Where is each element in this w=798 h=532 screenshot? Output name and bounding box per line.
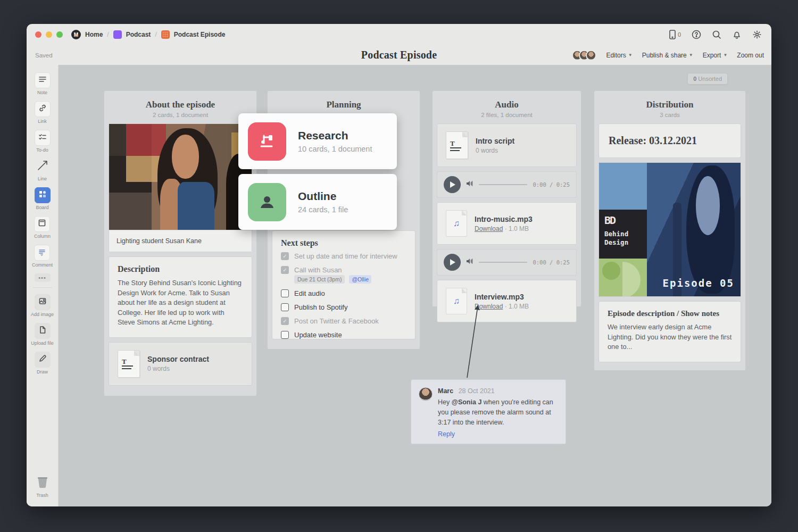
sidebar-item-link[interactable]: Link (35, 101, 51, 124)
breadcrumb-separator: / (155, 31, 156, 38)
upload-file-icon (38, 326, 47, 336)
breadcrumb-episode[interactable]: Podcast Episode (174, 31, 226, 38)
column-subtitle: 3 cards (598, 112, 741, 118)
sidebar-item-todo[interactable]: To-do (35, 130, 51, 153)
download-link[interactable]: Download (475, 225, 503, 232)
seek-bar[interactable] (479, 184, 527, 185)
audio-player-intro[interactable]: 0:00 / 0:25 (437, 171, 577, 198)
note-card-release[interactable]: Release: 03.12.2021 (598, 123, 741, 158)
sidebar-item-line[interactable]: Line (35, 159, 51, 181)
sidebar-item-add-image[interactable]: Add image (31, 294, 54, 317)
document-card-intro-script[interactable]: T Intro script 0 words (437, 123, 577, 167)
checkbox-checked[interactable]: ✓ (281, 317, 289, 325)
artwork-episode-label: Episode 05 (663, 277, 734, 289)
help-icon[interactable] (692, 30, 701, 39)
todo-item[interactable]: Update website (281, 331, 406, 339)
todo-item[interactable]: Publish to Spotify (281, 303, 406, 311)
sidebar-divider (33, 287, 52, 288)
play-button[interactable] (444, 176, 461, 193)
volume-icon[interactable] (466, 257, 473, 267)
audio-player-interview[interactable]: 0:00 / 0:25 (437, 249, 577, 276)
chevron-down-icon: ▼ (628, 53, 633, 57)
seek-bar[interactable] (479, 262, 527, 263)
breadcrumb-home[interactable]: Home (85, 31, 103, 38)
volume-icon[interactable] (466, 180, 473, 189)
connector-arrow[interactable] (460, 299, 492, 379)
line-arrow-icon (37, 160, 48, 173)
note-title: Episode description / Show notes (608, 309, 732, 318)
reply-link[interactable]: Reply (438, 430, 558, 438)
checkbox-checked[interactable]: ✓ (281, 266, 289, 274)
player-time: 0:00 / 0:25 (533, 259, 570, 265)
editor-avatars[interactable] (572, 50, 596, 61)
document-card-sponsor-contract[interactable]: T Sponsor contract 0 words (109, 342, 252, 386)
comment-card[interactable]: Marc 28 Oct 2021 Hey @Sonia J when you'r… (411, 379, 566, 444)
sidebar-item-note[interactable]: Note (35, 72, 51, 95)
comment-author: Marc (438, 387, 453, 395)
device-sync-indicator[interactable]: 0 (669, 30, 681, 39)
sidebar-item-trash[interactable]: Trash (36, 475, 49, 498)
document-title: Sponsor contract (147, 355, 209, 363)
image-caption: Lighting student Susan Kane (109, 230, 252, 252)
document-title: Intro script (476, 137, 514, 145)
board-card-subtitle: 10 cards, 1 document (298, 145, 372, 153)
column-about-episode[interactable]: About the episode 2 cards, 1 document Li… (104, 90, 257, 396)
traffic-lights[interactable] (35, 31, 63, 38)
breadcrumb-podcast[interactable]: Podcast (126, 31, 151, 38)
editors-menu[interactable]: Editors▼ (606, 52, 632, 59)
podcast-board-icon (113, 30, 122, 39)
todo-item[interactable]: ✓ Call with Susan (281, 266, 406, 274)
search-icon[interactable] (712, 30, 721, 39)
note-title: Description (118, 264, 243, 274)
close-window-button[interactable] (35, 31, 41, 38)
comment-mention[interactable]: @Sonia J (452, 398, 482, 406)
checkbox-unchecked[interactable] (281, 289, 289, 297)
todo-item[interactable]: ✓ Post on Twitter & Facebook (281, 317, 406, 325)
board-card-research[interactable]: Research 10 cards, 1 document (238, 113, 397, 169)
maximize-window-button[interactable] (56, 31, 63, 38)
unsorted-badge[interactable]: 0 Unsorted (687, 73, 728, 85)
add-image-icon (38, 297, 47, 307)
avatar (586, 50, 596, 61)
sidebar-item-upload-file[interactable]: Upload file (31, 323, 54, 346)
board-card-outline[interactable]: Outline 24 cards, 1 file (238, 174, 397, 230)
todo-card-next-steps[interactable]: Next steps ✓ Set up date and time for in… (272, 230, 415, 339)
board-canvas[interactable]: 0 Unsorted About the episode 2 cards, 1 … (59, 65, 771, 506)
file-size: 1.0 MB (509, 303, 529, 310)
todo-item[interactable]: ✓ Set up date and time for interview (281, 252, 406, 260)
chevron-down-icon: ▼ (689, 53, 693, 57)
sidebar-item-column[interactable]: Column (34, 216, 51, 239)
file-card-interview[interactable]: ♫ Interview.mp3 Download · 1.0 MB (437, 280, 577, 322)
column-distribution[interactable]: Distribution 3 cards Release: 03.12.2021… (594, 90, 746, 371)
behind-design-logo: BD (604, 214, 647, 227)
sidebar-item-draw[interactable]: Draw (35, 352, 51, 375)
file-card-intro-music[interactable]: ♫ Intro-music.mp3 Download · 1.0 MB (437, 202, 577, 245)
play-button[interactable] (444, 254, 461, 271)
episode-board-icon (161, 30, 170, 39)
checkbox-unchecked[interactable] (281, 303, 289, 311)
settings-gear-icon[interactable] (752, 30, 762, 39)
titlebar: M Home / Podcast / Podcast Episode 0 (27, 24, 771, 45)
sidebar-item-board[interactable]: Board (35, 187, 51, 210)
image-card-susan[interactable]: Lighting student Susan Kane (109, 123, 252, 252)
notifications-bell-icon[interactable] (732, 30, 742, 39)
minimize-window-button[interactable] (46, 31, 52, 38)
app-logo-icon[interactable]: M (71, 30, 81, 39)
export-menu[interactable]: Export▼ (703, 52, 728, 59)
zoom-out-button[interactable]: Zoom out (737, 52, 764, 59)
checkbox-unchecked[interactable] (281, 331, 289, 339)
file-size: 1.0 MB (509, 225, 529, 232)
person-icon (248, 183, 286, 221)
episode-artwork[interactable]: Episode 05 BD Behind Design (598, 162, 741, 297)
document-meta: 0 words (147, 365, 209, 372)
sidebar-item-comment[interactable]: Comment (32, 245, 53, 268)
note-card-description[interactable]: Description The Story Behind Susan's Ico… (109, 256, 252, 338)
column-audio[interactable]: Audio 2 files, 1 document T Intro script… (432, 90, 581, 307)
more-tools-button[interactable]: ••• (35, 273, 51, 282)
checkbox-checked[interactable]: ✓ (281, 252, 289, 260)
app-window: M Home / Podcast / Podcast Episode 0 (27, 24, 771, 506)
todo-item[interactable]: Edit audio (281, 289, 406, 297)
publish-share-menu[interactable]: Publish & share▼ (642, 52, 693, 59)
note-card-show-notes[interactable]: Episode description / Show notes We inte… (598, 301, 741, 362)
assignee-mention[interactable]: @Ollie (349, 275, 371, 284)
